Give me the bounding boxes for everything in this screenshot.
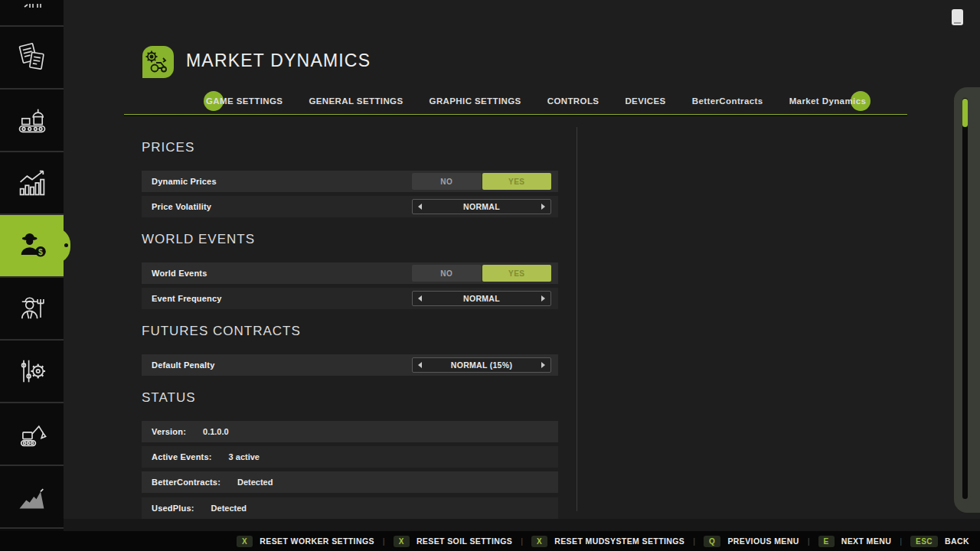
setting-label: World Events	[152, 269, 207, 278]
sidebar-divider	[0, 276, 64, 278]
sidebar-item-terrain[interactable]	[0, 466, 64, 527]
setting-label: Default Penalty	[152, 360, 214, 370]
sidebar-item-partial[interactable]	[0, 0, 64, 25]
footer-divider	[808, 536, 810, 546]
farmer-icon	[15, 292, 49, 325]
tab-market-dynamics[interactable]: Market Dynamics	[789, 90, 867, 112]
next-option-icon[interactable]	[541, 295, 545, 302]
market-dynamics-app-icon	[140, 44, 175, 80]
status-label: UsedPlus:	[152, 504, 194, 513]
setting-label: Event Frequency	[152, 294, 222, 303]
status-value: Detected	[237, 478, 273, 487]
sidebar-divider	[0, 151, 64, 152]
footer-bar: X RESET WORKER SETTINGS X RESET SOIL SET…	[0, 531, 980, 551]
setting-row-event-frequency[interactable]: Event Frequency NORMAL	[142, 288, 558, 309]
previous-option-icon[interactable]	[418, 204, 422, 210]
sidebar-divider	[0, 527, 64, 529]
previous-option-icon[interactable]	[418, 295, 422, 302]
default-penalty-selector[interactable]: NORMAL (15%)	[412, 357, 551, 373]
scrollbar-track[interactable]	[962, 98, 968, 499]
section-title-futures-contracts: FUTURES CONTRACTS	[142, 324, 301, 339]
sidebar-divider	[0, 339, 64, 341]
sidebar-item-production[interactable]	[0, 90, 64, 151]
key-q-badge: Q	[704, 536, 720, 547]
world-events-toggle: NO YES	[412, 265, 551, 282]
dynamic-prices-toggle: NO YES	[412, 173, 551, 190]
status-row-active-events: Active Events: 3 active	[142, 446, 558, 468]
section-title-world-events: WORLD EVENTS	[142, 232, 255, 247]
setting-row-dynamic-prices[interactable]: Dynamic Prices NO YES	[142, 171, 558, 192]
key-x-badge: X	[531, 536, 547, 547]
excavator-icon	[15, 417, 49, 451]
previous-menu-button[interactable]: Q PREVIOUS MENU	[704, 536, 799, 547]
status-label: BetterContracts:	[152, 478, 220, 487]
sidebar-divider	[0, 214, 64, 215]
tab-controls[interactable]: CONTROLS	[547, 90, 599, 112]
key-esc-badge: ESC	[910, 536, 938, 547]
tab-underline	[124, 114, 907, 116]
sidebar-divider	[0, 88, 64, 90]
status-label: Version:	[152, 427, 186, 436]
toggle-yes-button[interactable]: YES	[482, 265, 552, 282]
svg-text:$: $	[38, 248, 43, 256]
sidebar-item-construction[interactable]	[0, 403, 64, 465]
back-button[interactable]: ESC BACK	[910, 536, 969, 547]
market-finance-icon: $	[15, 229, 50, 262]
key-x-badge: X	[394, 536, 410, 547]
scrollbar-thumb[interactable]	[962, 99, 968, 127]
sidebar-item-tuning[interactable]	[0, 341, 64, 402]
sidebar: $	[0, 0, 64, 531]
tuning-gear-icon	[15, 354, 49, 388]
previous-option-icon[interactable]	[418, 362, 422, 368]
sidebar-divider	[0, 25, 64, 27]
sidebar-item-statistics[interactable]	[0, 152, 64, 214]
setting-row-price-volatility[interactable]: Price Volatility NORMAL	[142, 196, 558, 217]
status-row-bettercontracts: BetterContracts: Detected	[142, 471, 558, 493]
event-frequency-selector[interactable]: NORMAL	[412, 291, 551, 306]
price-volatility-selector[interactable]: NORMAL	[412, 199, 551, 214]
terrain-chart-icon	[15, 480, 49, 514]
production-icon	[15, 103, 49, 137]
content-bottom-fade	[64, 519, 980, 531]
tab-devices[interactable]: DEVICES	[625, 90, 665, 112]
sidebar-item-contracts[interactable]	[0, 27, 64, 88]
footer-divider	[383, 536, 385, 546]
page-title: MARKET DYNAMICS	[186, 51, 371, 71]
sidebar-divider	[0, 402, 64, 403]
content-divider	[577, 127, 577, 511]
next-option-icon[interactable]	[541, 204, 545, 210]
tab-game-settings[interactable]: GAME SETTINGS	[206, 90, 283, 112]
contracts-icon	[15, 41, 49, 74]
tab-graphic-settings[interactable]: GRAPHIC SETTINGS	[430, 90, 521, 112]
reset-soil-settings-button[interactable]: X RESET SOIL SETTINGS	[394, 536, 512, 547]
next-menu-button[interactable]: E NEXT MENU	[818, 536, 892, 547]
status-value: Detected	[211, 504, 247, 513]
reset-worker-settings-button[interactable]: X RESET WORKER SETTINGS	[237, 536, 374, 547]
toggle-no-button[interactable]: NO	[412, 173, 482, 190]
statistics-icon	[15, 166, 49, 200]
status-value: 3 active	[229, 452, 260, 461]
tab-bar: GAME SETTINGS GENERAL SETTINGS GRAPHIC S…	[206, 90, 866, 112]
toggle-yes-button[interactable]: YES	[482, 173, 552, 190]
footer-divider	[900, 536, 902, 546]
section-title-prices: PRICES	[142, 140, 194, 155]
sidebar-item-workers[interactable]	[0, 278, 64, 339]
toggle-no-button[interactable]: NO	[412, 265, 482, 282]
sidebar-divider	[0, 465, 64, 466]
footer-divider	[521, 536, 523, 546]
key-x-badge: X	[237, 536, 253, 547]
key-e-badge: E	[818, 536, 835, 547]
status-row-usedplus: UsedPlus: Detected	[142, 497, 558, 519]
setting-row-default-penalty[interactable]: Default Penalty NORMAL (15%)	[142, 354, 558, 376]
tab-general-settings[interactable]: GENERAL SETTINGS	[309, 90, 403, 112]
partial-top-icon	[17, 4, 47, 22]
footer-divider	[693, 536, 695, 546]
setting-row-world-events[interactable]: World Events NO YES	[142, 262, 558, 284]
status-value: 0.1.0.0	[203, 427, 229, 436]
reset-mudsystem-settings-button[interactable]: X RESET MUDSYSTEM SETTINGS	[531, 536, 684, 547]
status-label: Active Events:	[152, 452, 212, 461]
tab-bettercontracts[interactable]: BetterContracts	[692, 90, 763, 112]
next-option-icon[interactable]	[541, 362, 545, 368]
active-tab-dot	[64, 243, 68, 247]
setting-label: Price Volatility	[152, 202, 211, 211]
